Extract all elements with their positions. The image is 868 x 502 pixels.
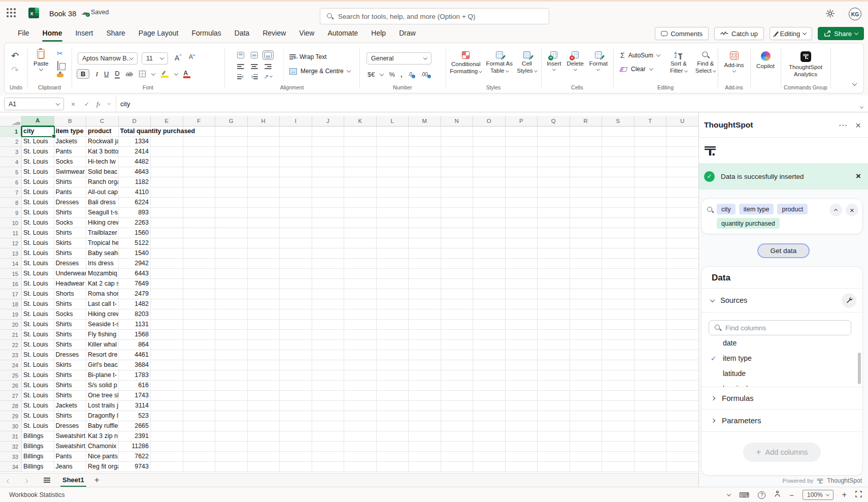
row-header-32[interactable]: 32 bbox=[0, 442, 22, 452]
cell-T23[interactable] bbox=[635, 350, 667, 360]
cell-K14[interactable] bbox=[344, 259, 377, 269]
cell-O26[interactable] bbox=[473, 381, 506, 391]
cell-K5[interactable] bbox=[344, 167, 377, 177]
cell-K3[interactable] bbox=[344, 147, 377, 157]
row-header-12[interactable]: 12 bbox=[0, 238, 22, 248]
cell-C27[interactable]: One tree sh bbox=[86, 391, 119, 401]
cell-L2[interactable] bbox=[377, 137, 409, 147]
cell-Q6[interactable] bbox=[538, 177, 570, 187]
cell-E14[interactable] bbox=[151, 259, 183, 269]
cell-U34[interactable] bbox=[666, 462, 698, 472]
cell-T33[interactable] bbox=[635, 452, 667, 462]
cell-F17[interactable] bbox=[183, 289, 216, 299]
cell-J5[interactable] bbox=[312, 167, 345, 177]
cell-M3[interactable] bbox=[409, 147, 441, 157]
comments-button[interactable]: Comments bbox=[655, 27, 709, 40]
cell-R29[interactable] bbox=[570, 411, 603, 421]
clear-button[interactable]: Clear bbox=[620, 66, 653, 73]
cell-K23[interactable] bbox=[344, 350, 377, 360]
cell-F10[interactable] bbox=[183, 218, 216, 228]
get-data-button[interactable]: Get data bbox=[757, 243, 810, 258]
cell-H7[interactable] bbox=[248, 187, 280, 198]
cell-E2[interactable] bbox=[151, 137, 183, 147]
cell-U5[interactable] bbox=[666, 167, 698, 177]
formula-input[interactable]: city bbox=[116, 96, 853, 112]
list-scrollbar[interactable] bbox=[858, 353, 861, 384]
cell-F21[interactable] bbox=[183, 330, 216, 340]
format-cells-button[interactable]: Format bbox=[589, 51, 608, 71]
cell-T24[interactable] bbox=[635, 360, 667, 370]
cell-D14[interactable]: 2942 bbox=[119, 259, 151, 269]
cell-C29[interactable]: Dragonfly l bbox=[86, 411, 119, 421]
align-center-icon[interactable] bbox=[251, 64, 258, 69]
cell-C11[interactable]: Trailblazer bbox=[86, 228, 119, 238]
cell-K9[interactable] bbox=[344, 208, 377, 218]
cell-G24[interactable] bbox=[215, 360, 248, 370]
cell-F25[interactable] bbox=[183, 370, 216, 381]
cell-J27[interactable] bbox=[312, 391, 345, 401]
cell-E3[interactable] bbox=[151, 147, 183, 157]
cell-P11[interactable] bbox=[506, 228, 538, 238]
cell-B7[interactable]: Pants bbox=[54, 187, 87, 198]
cell-T27[interactable] bbox=[635, 391, 667, 401]
cell-U27[interactable] bbox=[666, 391, 698, 401]
cell-C28[interactable]: Lost trails j bbox=[86, 401, 119, 411]
cell-T16[interactable] bbox=[635, 279, 667, 289]
cell-C22[interactable]: Killer whal bbox=[86, 340, 119, 350]
cell-A15[interactable]: St. Louis bbox=[22, 269, 54, 279]
cell-G12[interactable] bbox=[215, 238, 248, 248]
cell-U31[interactable] bbox=[666, 431, 698, 442]
cell-F11[interactable] bbox=[183, 228, 216, 238]
cell-E33[interactable] bbox=[151, 452, 183, 462]
cell-M13[interactable] bbox=[409, 248, 441, 259]
cell-H9[interactable] bbox=[248, 208, 280, 218]
cell-K2[interactable] bbox=[344, 137, 377, 147]
cell-G4[interactable] bbox=[215, 157, 248, 167]
share-button[interactable]: Share bbox=[818, 27, 864, 40]
cell-N28[interactable] bbox=[441, 401, 474, 411]
cell-E10[interactable] bbox=[151, 218, 183, 228]
cell-R9[interactable] bbox=[570, 208, 603, 218]
borders-button[interactable] bbox=[139, 71, 146, 77]
cell-U10[interactable] bbox=[666, 218, 698, 228]
font-size-select[interactable]: 11 bbox=[142, 52, 168, 65]
cell-G32[interactable] bbox=[215, 442, 248, 452]
cell-O8[interactable] bbox=[473, 198, 506, 208]
cell-T22[interactable] bbox=[635, 340, 667, 350]
cell-K34[interactable] bbox=[344, 462, 377, 472]
cell-R12[interactable] bbox=[570, 238, 603, 248]
cell-T26[interactable] bbox=[635, 381, 667, 391]
cell-O24[interactable] bbox=[473, 360, 506, 370]
cell-L26[interactable] bbox=[377, 381, 409, 391]
cell-L29[interactable] bbox=[377, 411, 409, 421]
cell-P16[interactable] bbox=[506, 279, 538, 289]
cell-D27[interactable]: 1743 bbox=[119, 391, 151, 401]
cell-G3[interactable] bbox=[215, 147, 248, 157]
cell-E7[interactable] bbox=[151, 187, 183, 198]
cell-E13[interactable] bbox=[151, 248, 183, 259]
cell-K12[interactable] bbox=[344, 238, 377, 248]
cell-O4[interactable] bbox=[473, 157, 506, 167]
cell-B23[interactable]: Dresses bbox=[54, 350, 87, 360]
cell-N5[interactable] bbox=[441, 167, 474, 177]
cell-P28[interactable] bbox=[506, 401, 538, 411]
cell-T3[interactable] bbox=[635, 147, 667, 157]
cell-M28[interactable] bbox=[409, 401, 441, 411]
cell-I13[interactable] bbox=[280, 248, 312, 259]
sources-row[interactable]: Sources bbox=[702, 289, 862, 312]
cell-E34[interactable] bbox=[151, 462, 183, 472]
cell-A24[interactable]: St. Louis bbox=[22, 360, 54, 370]
cell-P32[interactable] bbox=[506, 442, 538, 452]
merge-centre-button[interactable]: ↔ Merge & Centre bbox=[289, 68, 350, 75]
orientation-icon[interactable]: ↗ bbox=[263, 73, 272, 80]
cell-R16[interactable] bbox=[570, 279, 603, 289]
cell-I28[interactable] bbox=[280, 401, 312, 411]
cell-N1[interactable] bbox=[441, 127, 474, 137]
cell-R8[interactable] bbox=[570, 198, 603, 208]
cell-T8[interactable] bbox=[635, 198, 667, 208]
cell-H18[interactable] bbox=[248, 299, 280, 309]
cell-M32[interactable] bbox=[409, 442, 441, 452]
cell-T17[interactable] bbox=[635, 289, 667, 299]
find-select-button[interactable]: Find &Select bbox=[695, 51, 716, 75]
cell-D6[interactable]: 1182 bbox=[119, 177, 151, 187]
